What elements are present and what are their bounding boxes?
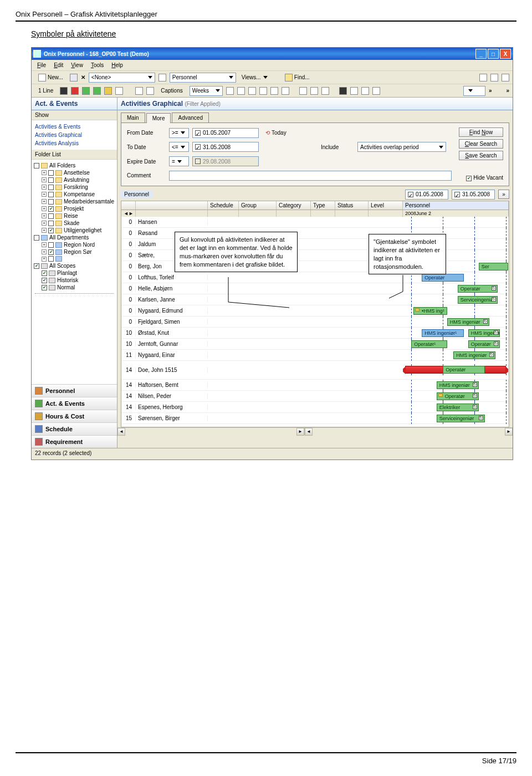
delete-icon[interactable]: ✕ xyxy=(81,74,85,80)
module-dropdown[interactable]: Personnel xyxy=(170,73,236,83)
gantt-row[interactable]: 14Haftorsen, Bernt HMS ingeniør↻ xyxy=(121,380,509,391)
t2-icon-16[interactable] xyxy=(310,87,318,95)
t2-icon-9[interactable] xyxy=(226,87,234,95)
gantt-row[interactable]: 14Doe, John 1515 (None)Operatør xyxy=(121,361,509,380)
gantt-bar[interactable]: Serviceingeniør↻ xyxy=(437,415,485,422)
gantt-row[interactable]: 0Hansen xyxy=(121,217,509,228)
tree-folder-item[interactable]: +Skade xyxy=(34,219,115,227)
gantt-bar[interactable]: HMS ingeniør↻ xyxy=(437,381,479,389)
menu-help[interactable]: Help xyxy=(108,61,126,69)
t2-icon-5[interactable] xyxy=(104,87,112,95)
t2-icon-7[interactable] xyxy=(135,87,143,95)
expire-op-dd[interactable]: = xyxy=(169,156,189,166)
gantt-bar[interactable]: Operatør↻ xyxy=(458,285,498,293)
t2-icon-19[interactable] xyxy=(350,87,358,95)
t2-icon-10[interactable] xyxy=(237,87,245,95)
print-icon[interactable] xyxy=(70,74,78,81)
gantt-row[interactable]: 0Nygaard, Edmund •HMS ing¹ xyxy=(121,305,509,316)
gantt-bar[interactable]: Operatør xyxy=(422,274,464,282)
today-button[interactable]: ⟲ Today xyxy=(262,129,318,137)
gantt-row[interactable]: 15Sørensen, Birger Serviceingeniør↻ xyxy=(121,413,509,424)
line-button[interactable]: 1 Line xyxy=(35,86,57,95)
tree-folder-item[interactable]: +Avslutning xyxy=(34,176,115,183)
t2-icon-15[interactable] xyxy=(299,87,307,95)
clear-search-button[interactable]: Clear Search xyxy=(459,139,503,149)
t2-icon-14[interactable] xyxy=(282,87,289,95)
menu-file[interactable]: File xyxy=(34,61,49,69)
gantt-bar[interactable]: Serviceingeniør↻ xyxy=(458,296,498,304)
find-now-button[interactable]: Find Now xyxy=(459,127,503,137)
gantt-bar[interactable]: Operatør↻ xyxy=(468,340,500,348)
tree-folder-item[interactable]: +Reise xyxy=(34,212,115,219)
t2-icon-2[interactable] xyxy=(71,87,79,95)
nav-arrows[interactable]: ◄► xyxy=(121,210,136,217)
tree-scope-item[interactable]: ✔Normal xyxy=(34,284,115,291)
hide-vacant-checkbox[interactable]: ✔ Hide Vacant xyxy=(466,175,503,181)
tree-scope-item[interactable]: ✔Historisk xyxy=(34,277,115,284)
tab-main[interactable]: Main xyxy=(121,113,145,122)
todate-input[interactable]: ✓31.05.2008 xyxy=(192,142,259,152)
gantt-bar[interactable]: HMS ingeniør↻ xyxy=(468,329,500,337)
tree-folder-item[interactable]: +Medarbeidersamtale xyxy=(34,198,115,205)
t2-icon-21[interactable] xyxy=(372,87,380,95)
t2-icon-4[interactable] xyxy=(93,87,101,95)
sb-link-activities-events[interactable]: Activities & Events xyxy=(35,122,114,131)
t2-tail-dd[interactable] xyxy=(463,86,485,96)
tab-more[interactable]: More xyxy=(146,113,171,123)
gantt-bar[interactable]: •HMS ing¹ xyxy=(413,307,447,315)
nav-button-requirement[interactable]: Requirement xyxy=(32,435,117,448)
gantt-bar[interactable]: Ser xyxy=(479,263,508,270)
gantt-row[interactable]: 14Espenes, Herborg Elektriker↻ xyxy=(121,402,509,413)
tree-folder-item[interactable]: +Kompetanse xyxy=(34,191,115,198)
scroll-right-chart[interactable]: ► xyxy=(505,428,513,436)
gantt-bar[interactable]: Elektriker↻ xyxy=(437,404,479,411)
range-date2[interactable]: ✓31.05.2008 xyxy=(452,190,495,200)
tab-advanced[interactable]: Advanced xyxy=(172,113,208,122)
folder-tree[interactable]: All Folders +Ansettelse+Avslutning+Forsi… xyxy=(32,160,117,384)
tree-dept-item[interactable]: + xyxy=(34,256,115,262)
gantt-bar[interactable]: HMS ingeniør¹ xyxy=(422,329,464,337)
fromdate-input[interactable]: ✓01.05.2007 xyxy=(192,128,259,138)
t2-more-icon[interactable]: » xyxy=(489,88,492,94)
gantt-bar[interactable]: HMS ingeniør↻ xyxy=(447,318,489,326)
toolbar-icon-a[interactable] xyxy=(479,74,487,81)
minimize-button[interactable]: _ xyxy=(475,49,487,59)
nav-button-act-events[interactable]: Act. & Events xyxy=(32,397,117,410)
filter-none-dropdown[interactable]: <None> xyxy=(89,73,155,83)
menu-tools[interactable]: Tools xyxy=(88,61,107,69)
t2-icon-20[interactable] xyxy=(361,87,369,95)
t2-icon-3[interactable] xyxy=(82,87,90,95)
find-button[interactable]: Find... xyxy=(282,73,313,83)
fromdate-op-dd[interactable]: >= xyxy=(169,128,189,138)
t2-icon-18[interactable] xyxy=(339,87,347,95)
captions-button[interactable]: Captions xyxy=(157,86,186,95)
gantt-row[interactable]: 0Karlsen, Janne Serviceingeniør↻ xyxy=(121,294,509,305)
include-dd[interactable]: Activities overlap period xyxy=(357,142,446,152)
tree-dept-item[interactable]: +Region Nord xyxy=(34,241,115,248)
scroll-left-chart[interactable]: ◄ xyxy=(305,428,313,436)
todate-op-dd[interactable]: <= xyxy=(169,142,189,152)
toolbar-icon-b[interactable] xyxy=(490,74,498,81)
gantt-row[interactable]: 0Lofthus, Torleif Operatør xyxy=(121,272,509,283)
tree-folder-item[interactable]: +Forsikring xyxy=(34,183,115,191)
gantt-row[interactable]: 0Helle, Asbjørn Operatør↻ xyxy=(121,283,509,294)
range-date1[interactable]: ✓01.05.2008 xyxy=(405,190,448,200)
gantt-row[interactable]: 10Ørstad, Knut HMS ingeniør¹HMS ingeniør… xyxy=(121,328,509,339)
gantt-bar[interactable]: Operatør↻ xyxy=(437,392,479,400)
gantt-row[interactable]: 14Nilsen, Peder Operatør↻ xyxy=(121,391,509,402)
gantt-bar[interactable]: HMS ingeniør↻ xyxy=(453,351,495,359)
gantt-bar[interactable]: Operatør¹ xyxy=(411,340,447,348)
tree-scope-item[interactable]: ✔Planlagt xyxy=(34,269,115,277)
t2-more-icon-2[interactable]: » xyxy=(506,88,509,94)
comment-input[interactable] xyxy=(169,171,452,181)
tree-folder-item[interactable]: +Ansettelse xyxy=(34,169,115,176)
sb-link-activities-graphical[interactable]: Activities Graphical xyxy=(35,131,114,139)
tree-folder-item[interactable]: +✔Prosjekt xyxy=(34,205,115,212)
tree-dept-item[interactable]: +✔Region Sør xyxy=(34,248,115,256)
nav-button-hours-cost[interactable]: Hours & Cost xyxy=(32,410,117,422)
sb-link-activities-analysis[interactable]: Activities Analysis xyxy=(35,139,114,147)
save-search-button[interactable]: Save Search xyxy=(459,151,503,160)
menu-view[interactable]: View xyxy=(68,61,86,69)
tree-folder-item[interactable]: +✔Utilgjengelighet xyxy=(34,227,115,234)
gantt-bar[interactable]: Operatør xyxy=(443,366,485,374)
